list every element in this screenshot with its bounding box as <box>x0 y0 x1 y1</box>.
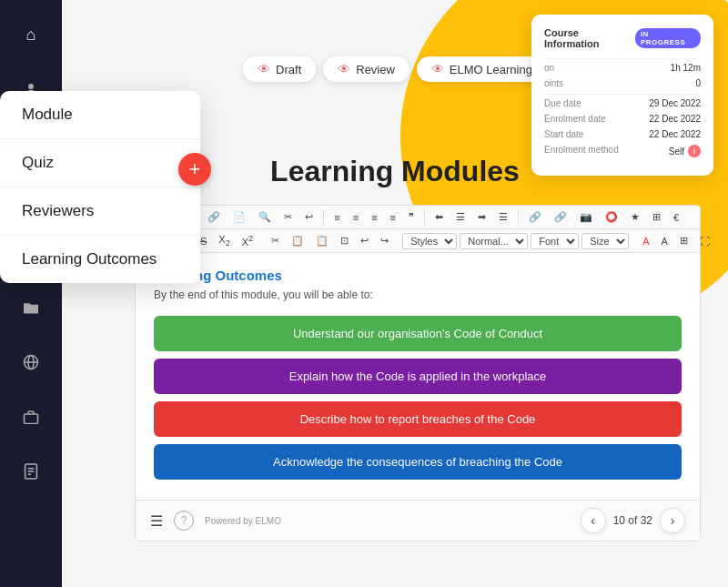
stage-tab-review[interactable]: 👁 Review <box>323 56 410 82</box>
table-button[interactable]: ⊞ <box>648 209 665 225</box>
subscript-button[interactable]: X2 <box>214 232 234 249</box>
sidebar-icon-home[interactable]: ⌂ <box>15 18 47 51</box>
page-indicator: 10 of 32 <box>613 514 652 527</box>
sidebar-icon-folder[interactable] <box>15 291 47 324</box>
blockquote-button[interactable]: ❞ <box>404 209 419 225</box>
outdent-button[interactable]: ≡ <box>386 210 400 225</box>
main-content: Course Information IN PROGRESS on 1h 12m… <box>62 0 728 587</box>
ol-button[interactable]: ≡ <box>349 210 363 225</box>
stage-tab-draft[interactable]: 👁 Draft <box>243 56 316 82</box>
svg-rect-12 <box>25 414 38 424</box>
section-title: Learning Outcomes <box>154 268 682 283</box>
page-title: Learning Modules <box>270 155 520 188</box>
editor-body: Learning Outcomes By the end of this mod… <box>136 253 700 500</box>
align-left-button[interactable]: ⬅ <box>430 209 448 225</box>
menu-icon[interactable]: ☰ <box>150 512 163 530</box>
insert-link-button[interactable]: 🔗 <box>524 209 546 225</box>
scissors-button[interactable]: ✂ <box>279 209 297 225</box>
powered-by: Powered by ELMO <box>205 516 281 526</box>
course-info-title: Course Information <box>544 27 635 49</box>
outcome-text-2: Explain how the Code is applied in the w… <box>289 369 547 383</box>
text-color-button[interactable]: A <box>638 234 653 248</box>
align-justify-button[interactable]: ☰ <box>494 209 512 225</box>
add-button[interactable]: + <box>178 153 211 186</box>
section-subtitle: By the end of this module, you will be a… <box>154 288 682 301</box>
sidebar-icon-globe[interactable] <box>15 346 47 379</box>
outcome-box-1: Understand our organisation's Code of Co… <box>154 316 682 351</box>
eye-icon-draft: 👁 <box>258 62 270 76</box>
status-badge: IN PROGRESS <box>635 28 701 48</box>
info-icon[interactable]: i <box>688 145 701 157</box>
back-button[interactable]: ↩ <box>300 209 318 225</box>
menu-item-module[interactable]: Module <box>0 91 200 139</box>
menu-item-reviewers[interactable]: Reviewers <box>0 187 200 236</box>
special-button[interactable]: ★ <box>626 209 644 225</box>
prev-page-button[interactable]: ‹ <box>581 508 606 533</box>
menu-item-quiz[interactable]: Quiz <box>0 139 200 187</box>
toolbar-sep-3 <box>424 210 425 225</box>
next-page-button[interactable]: › <box>660 508 685 533</box>
enrolment-date-value: 22 Dec 2022 <box>649 114 701 124</box>
doc-button[interactable]: 📄 <box>228 209 250 225</box>
dropdown-menu: Module Quiz Reviewers Learning Outcomes <box>0 91 200 283</box>
toolbar-sep-4 <box>518 210 519 225</box>
start-date-label: Start date <box>544 129 583 139</box>
draft-label: Draft <box>276 63 301 76</box>
align-right-button[interactable]: ➡ <box>473 209 490 225</box>
divider-2 <box>544 94 701 95</box>
outcome-box-4: Acknowledge the consequences of breachin… <box>154 444 682 480</box>
unlink-button[interactable]: 🔗 <box>550 209 571 225</box>
footer-right: ‹ 10 of 32 › <box>581 508 685 533</box>
toolbar-sep-2 <box>323 210 324 225</box>
size-select[interactable]: Size <box>581 233 629 249</box>
editor-toolbar-bottom: B I U S X2 X2 ✂ 📋 📋 ⊡ ↩ ↪ Styles Normal.… <box>136 229 700 253</box>
copy-button[interactable]: 📋 <box>287 233 308 248</box>
stage-tabs: 👁 Draft 👁 Review 👁 ELMO Learning <box>243 56 547 82</box>
outcome-text-4: Acknowledge the consequences of breachin… <box>273 455 562 469</box>
points-value: 0 <box>695 78 701 88</box>
styles-select[interactable]: Styles <box>402 233 457 249</box>
eye-icon-review: 👁 <box>338 62 350 76</box>
align-center-button[interactable]: ☰ <box>451 209 470 225</box>
svg-point-0 <box>28 84 34 89</box>
outcome-text-3: Describe how to report breaches of the C… <box>300 412 536 426</box>
enrolment-method-row: Enrolment method Self i <box>544 145 701 157</box>
duration-label: on <box>544 63 554 73</box>
start-date-row: Start date 22 Dec 2022 <box>544 129 701 139</box>
highlight-button[interactable]: A <box>657 234 672 248</box>
enrolment-method-value: Self i <box>669 145 701 157</box>
help-button[interactable]: ? <box>174 511 194 531</box>
ul-button[interactable]: ≡ <box>329 210 344 225</box>
font-select[interactable]: Font <box>531 233 579 249</box>
undo-button[interactable]: ↩ <box>356 233 373 248</box>
cut-button[interactable]: ✂ <box>267 233 284 248</box>
link-button[interactable]: 🔗 <box>203 209 225 225</box>
outcome-text-1: Understand our organisation's Code of Co… <box>293 327 542 340</box>
image-button[interactable]: 📷 <box>575 209 597 225</box>
redo-button[interactable]: ↪ <box>376 233 393 248</box>
sidebar-icon-briefcase[interactable] <box>15 400 47 433</box>
media-button[interactable]: ⭕ <box>601 209 622 225</box>
course-info-panel: Course Information IN PROGRESS on 1h 12m… <box>531 15 713 176</box>
indent-button[interactable]: ≡ <box>367 210 381 225</box>
search-button[interactable]: 🔍 <box>254 209 276 225</box>
elmo-label: ELMO Learning <box>450 63 532 76</box>
course-points-row: oints 0 <box>544 78 701 88</box>
fullscreen-button[interactable]: ⛶ <box>695 234 714 248</box>
due-date-label: Due date <box>544 98 581 108</box>
insert-block-button[interactable]: ⊞ <box>675 233 693 248</box>
menu-item-learning-outcomes[interactable]: Learning Outcomes <box>0 236 200 283</box>
sidebar-icon-document[interactable] <box>15 455 47 488</box>
due-date-row: Due date 29 Dec 2022 <box>544 98 701 108</box>
format-button[interactable]: ⊡ <box>336 233 353 248</box>
superscript-button[interactable]: X2 <box>238 232 258 249</box>
stage-tab-elmo[interactable]: 👁 ELMO Learning <box>417 56 547 82</box>
course-info-header: Course Information IN PROGRESS <box>544 27 701 49</box>
due-date-value: 29 Dec 2022 <box>649 98 701 108</box>
duration-value: 1h 12m <box>671 63 701 73</box>
outcome-box-3: Describe how to report breaches of the C… <box>154 401 682 437</box>
editor-footer: ☰ ? Powered by ELMO ‹ 10 of 32 › <box>136 500 700 541</box>
format-select[interactable]: Normal... <box>460 233 528 249</box>
paste-button[interactable]: 📋 <box>311 233 333 248</box>
char-button[interactable]: € <box>669 210 683 225</box>
